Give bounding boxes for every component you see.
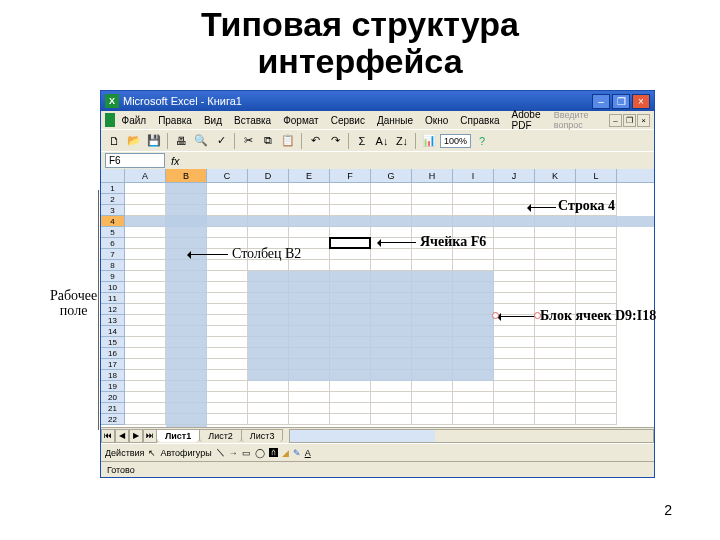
- row-header-3[interactable]: 3: [101, 205, 125, 216]
- name-box[interactable]: F6: [105, 153, 165, 168]
- tab-next-icon[interactable]: ▶: [129, 429, 143, 443]
- row-header-7[interactable]: 7: [101, 249, 125, 260]
- pointer-icon[interactable]: ↖: [148, 448, 156, 458]
- cut-icon[interactable]: ✂: [239, 132, 257, 150]
- col-header-k[interactable]: K: [535, 169, 576, 182]
- new-icon[interactable]: 🗋: [105, 132, 123, 150]
- menu-file[interactable]: Файл: [117, 114, 152, 127]
- menu-window[interactable]: Окно: [420, 114, 453, 127]
- sheet-tab-bar: ⏮ ◀ ▶ ⏭ Лист1 Лист2 Лист3: [101, 427, 654, 443]
- menu-tools[interactable]: Сервис: [326, 114, 370, 127]
- row-header-5[interactable]: 5: [101, 227, 125, 238]
- tab-first-icon[interactable]: ⏮: [101, 429, 115, 443]
- status-bar: Готово: [101, 461, 654, 477]
- row-header-1[interactable]: 1: [101, 183, 125, 194]
- copy-icon[interactable]: ⧉: [259, 132, 277, 150]
- sort-asc-icon[interactable]: A↓: [373, 132, 391, 150]
- open-icon[interactable]: 📂: [125, 132, 143, 150]
- menu-help[interactable]: Справка: [455, 114, 504, 127]
- line-icon[interactable]: ＼: [216, 446, 225, 459]
- row-header-17[interactable]: 17: [101, 359, 125, 370]
- slide-title: Типовая структура интерфейса: [0, 0, 720, 83]
- autoshapes-menu[interactable]: Автофигуры: [160, 448, 211, 458]
- row-header-20[interactable]: 20: [101, 392, 125, 403]
- redo-icon[interactable]: ↷: [326, 132, 344, 150]
- close-button[interactable]: ×: [632, 94, 650, 109]
- row-header-18[interactable]: 18: [101, 370, 125, 381]
- sum-icon[interactable]: Σ: [353, 132, 371, 150]
- rect-icon[interactable]: ▭: [242, 448, 251, 458]
- row-header-22[interactable]: 22: [101, 414, 125, 425]
- col-header-i[interactable]: I: [453, 169, 494, 182]
- row-header-12[interactable]: 12: [101, 304, 125, 315]
- paste-icon[interactable]: 📋: [279, 132, 297, 150]
- doc-minimize-button[interactable]: –: [609, 114, 622, 127]
- sheet-tab-3[interactable]: Лист3: [241, 429, 284, 442]
- row-header-6[interactable]: 6: [101, 238, 125, 249]
- menubar: Файл Правка Вид Вставка Формат Сервис Да…: [101, 111, 654, 129]
- col-header-b[interactable]: B: [166, 169, 207, 182]
- menu-view[interactable]: Вид: [199, 114, 227, 127]
- help-input[interactable]: Введите вопрос: [554, 110, 603, 130]
- oval-icon[interactable]: ◯: [255, 448, 265, 458]
- col-header-h[interactable]: H: [412, 169, 453, 182]
- row-header-4[interactable]: 4: [101, 216, 125, 227]
- row-header-15[interactable]: 15: [101, 337, 125, 348]
- col-header-g[interactable]: G: [371, 169, 412, 182]
- annot-row4: Строка 4: [558, 198, 615, 214]
- row-header-21[interactable]: 21: [101, 403, 125, 414]
- excel-window: X Microsoft Excel - Книга1 – ❐ × Файл Пр…: [100, 90, 655, 478]
- col-header-c[interactable]: C: [207, 169, 248, 182]
- doc-restore-button[interactable]: ❐: [623, 114, 636, 127]
- tab-last-icon[interactable]: ⏭: [143, 429, 157, 443]
- col-header-f[interactable]: F: [330, 169, 371, 182]
- menu-edit[interactable]: Правка: [153, 114, 197, 127]
- row-header-19[interactable]: 19: [101, 381, 125, 392]
- preview-icon[interactable]: 🔍: [192, 132, 210, 150]
- menu-adobe[interactable]: Adobe PDF: [507, 108, 552, 132]
- row-header-9[interactable]: 9: [101, 271, 125, 282]
- row-header-16[interactable]: 16: [101, 348, 125, 359]
- textbox-icon[interactable]: 🅰: [269, 448, 278, 458]
- menu-insert[interactable]: Вставка: [229, 114, 276, 127]
- tab-prev-icon[interactable]: ◀: [115, 429, 129, 443]
- spell-icon[interactable]: ✓: [212, 132, 230, 150]
- fill-color-icon[interactable]: ◢: [282, 448, 289, 458]
- col-header-j[interactable]: J: [494, 169, 535, 182]
- font-color-icon[interactable]: A: [305, 448, 311, 458]
- row-header-14[interactable]: 14: [101, 326, 125, 337]
- chart-icon[interactable]: 📊: [420, 132, 438, 150]
- col-header-l[interactable]: L: [576, 169, 617, 182]
- doc-close-button[interactable]: ×: [637, 114, 650, 127]
- marker-block-left: [492, 312, 499, 319]
- maximize-button[interactable]: ❐: [612, 94, 630, 109]
- sheet-tab-2[interactable]: Лист2: [199, 429, 242, 442]
- print-icon[interactable]: 🖶: [172, 132, 190, 150]
- undo-icon[interactable]: ↶: [306, 132, 324, 150]
- row-header-2[interactable]: 2: [101, 194, 125, 205]
- col-header-d[interactable]: D: [248, 169, 289, 182]
- select-all-corner[interactable]: [101, 169, 125, 182]
- col-header-a[interactable]: A: [125, 169, 166, 182]
- row-header-8[interactable]: 8: [101, 260, 125, 271]
- workfield-label: Рабочее поле: [50, 288, 97, 319]
- row-header-11[interactable]: 11: [101, 293, 125, 304]
- row-header-10[interactable]: 10: [101, 282, 125, 293]
- row-header-13[interactable]: 13: [101, 315, 125, 326]
- arrow-icon[interactable]: →: [229, 448, 238, 458]
- help-icon[interactable]: ?: [473, 132, 491, 150]
- fx-icon[interactable]: fx: [171, 155, 180, 167]
- col-header-e[interactable]: E: [289, 169, 330, 182]
- menu-data[interactable]: Данные: [372, 114, 418, 127]
- menu-format[interactable]: Формат: [278, 114, 324, 127]
- horizontal-scrollbar[interactable]: [289, 429, 654, 443]
- minimize-button[interactable]: –: [592, 94, 610, 109]
- line-color-icon[interactable]: ✎: [293, 448, 301, 458]
- arrow-block: [498, 316, 536, 317]
- draw-actions-menu[interactable]: Действия: [105, 448, 144, 458]
- sheet-tab-1[interactable]: Лист1: [156, 429, 200, 442]
- sort-desc-icon[interactable]: Z↓: [393, 132, 411, 150]
- zoom-select[interactable]: 100%: [440, 134, 471, 148]
- save-icon[interactable]: 💾: [145, 132, 163, 150]
- annot-colb: Столбец B2: [232, 246, 301, 262]
